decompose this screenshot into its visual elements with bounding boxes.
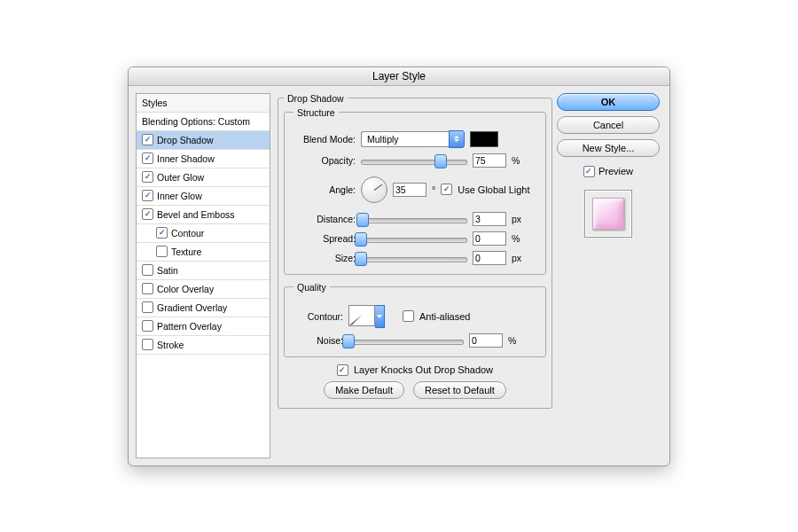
effect-title: Drop Shadow (284, 93, 348, 104)
knockout-checkbox[interactable] (337, 364, 348, 376)
sidebar-item-contour[interactable]: Contour (137, 224, 270, 243)
style-checkbox[interactable] (142, 264, 153, 276)
size-input[interactable] (473, 251, 506, 265)
sidebar-item-label: Contour (171, 228, 204, 239)
distance-unit: px (512, 214, 521, 224)
angle-label: Angle: (293, 184, 356, 195)
style-checkbox[interactable] (142, 208, 153, 220)
spread-input[interactable] (473, 231, 506, 246)
style-checkbox[interactable] (142, 339, 153, 350)
size-unit: px (512, 253, 521, 263)
blending-options-row[interactable]: Blending Options: Custom (137, 113, 270, 131)
spread-unit: % (512, 233, 520, 244)
angle-dial[interactable] (361, 176, 387, 203)
contour-label: Contour: (293, 311, 343, 322)
opacity-slider[interactable] (361, 156, 467, 165)
knockout-label: Layer Knocks Out Drop Shadow (354, 364, 493, 375)
global-light-checkbox[interactable] (441, 184, 452, 195)
sidebar-item-texture[interactable]: Texture (137, 243, 270, 262)
style-checkbox[interactable] (142, 190, 153, 201)
style-checkbox[interactable] (142, 320, 153, 332)
new-style-button[interactable]: New Style... (557, 139, 660, 157)
sidebar-item-label: Texture (171, 246, 201, 257)
make-default-button[interactable]: Make Default (324, 381, 404, 399)
sidebar-item-label: Gradient Overlay (157, 302, 227, 313)
styles-list: Styles Blending Options: Custom Drop Sha… (136, 93, 270, 458)
dialog-content: Styles Blending Options: Custom Drop Sha… (129, 86, 669, 466)
style-checkbox[interactable] (156, 227, 168, 239)
noise-unit: % (508, 335, 516, 346)
blend-mode-label: Blend Mode: (293, 134, 356, 145)
sidebar-item-bevel-and-emboss[interactable]: Bevel and Emboss (137, 206, 270, 224)
blend-mode-select[interactable]: Multiply (361, 130, 465, 148)
spread-label: Spread: (293, 233, 356, 244)
sidebar-item-inner-shadow[interactable]: Inner Shadow (137, 150, 270, 168)
structure-legend: Structure (293, 107, 339, 118)
sidebar-item-label: Color Overlay (157, 284, 214, 294)
noise-input[interactable] (469, 333, 503, 348)
distance-input[interactable] (473, 212, 506, 226)
chevron-down-icon (375, 305, 385, 328)
sidebar-item-label: Inner Glow (157, 191, 202, 201)
preview-label: Preview (598, 166, 633, 176)
styles-header[interactable]: Styles (137, 94, 270, 113)
blend-mode-value: Multiply (361, 131, 449, 147)
global-light-label: Use Global Light (458, 184, 529, 195)
style-checkbox[interactable] (142, 301, 153, 313)
sidebar-item-label: Drop Shadow (157, 135, 214, 145)
chevron-updown-icon (449, 130, 465, 148)
sidebar-item-label: Inner Shadow (157, 153, 215, 164)
preview-checkbox[interactable] (583, 166, 595, 177)
style-checkbox[interactable] (142, 134, 153, 145)
layer-style-dialog: Layer Style Styles Blending Options: Cus… (128, 66, 670, 466)
style-checkbox[interactable] (142, 171, 153, 183)
style-checkbox[interactable] (142, 153, 153, 164)
sidebar-item-inner-glow[interactable]: Inner Glow (137, 187, 270, 206)
effect-fieldset: Drop Shadow Structure Blend Mode: Multip… (278, 93, 552, 409)
sidebar-item-outer-glow[interactable]: Outer Glow (137, 168, 270, 187)
style-checkbox[interactable] (142, 283, 153, 294)
reset-default-button[interactable]: Reset to Default (413, 381, 506, 399)
ok-button[interactable]: OK (557, 93, 660, 111)
noise-label: Noise: (293, 335, 343, 346)
size-slider[interactable] (361, 254, 467, 262)
settings-panel: Drop Shadow Structure Blend Mode: Multip… (278, 93, 552, 458)
preview-swatch (584, 190, 632, 238)
style-checkbox[interactable] (156, 246, 168, 257)
antialiased-label: Anti-aliased (419, 311, 470, 322)
sidebar-item-label: Outer Glow (157, 172, 204, 183)
sidebar-item-pattern-overlay[interactable]: Pattern Overlay (137, 317, 270, 336)
shadow-color-swatch[interactable] (470, 131, 498, 147)
opacity-input[interactable] (473, 153, 506, 168)
sidebar-item-satin[interactable]: Satin (137, 262, 270, 280)
opacity-unit: % (512, 155, 520, 166)
distance-label: Distance: (293, 214, 356, 224)
opacity-label: Opacity: (293, 155, 356, 166)
sidebar-item-color-overlay[interactable]: Color Overlay (137, 280, 270, 299)
contour-picker[interactable] (348, 305, 385, 328)
quality-legend: Quality (293, 282, 330, 293)
sidebar-item-stroke[interactable]: Stroke (137, 336, 270, 355)
preview-thumbnail (592, 198, 624, 230)
cancel-button[interactable]: Cancel (557, 116, 660, 134)
spread-slider[interactable] (361, 234, 467, 243)
quality-fieldset: Quality Contour: Anti-aliased Noise: (284, 282, 546, 357)
sidebar-item-gradient-overlay[interactable]: Gradient Overlay (137, 299, 270, 317)
right-column: OK Cancel New Style... Preview (559, 93, 657, 458)
angle-unit: ° (432, 184, 435, 195)
distance-slider[interactable] (361, 215, 467, 223)
sidebar-item-drop-shadow[interactable]: Drop Shadow (137, 131, 270, 150)
size-label: Size: (293, 253, 356, 263)
structure-fieldset: Structure Blend Mode: Multiply Opacity: (284, 107, 546, 275)
angle-input[interactable] (393, 183, 426, 197)
sidebar-item-label: Bevel and Emboss (157, 209, 235, 220)
antialiased-checkbox[interactable] (403, 310, 414, 322)
sidebar-item-label: Pattern Overlay (157, 321, 222, 332)
noise-slider[interactable] (348, 336, 464, 345)
contour-preview-icon (348, 305, 375, 326)
window-title: Layer Style (129, 67, 669, 86)
sidebar-item-label: Stroke (157, 340, 184, 350)
sidebar-item-label: Satin (157, 265, 178, 276)
